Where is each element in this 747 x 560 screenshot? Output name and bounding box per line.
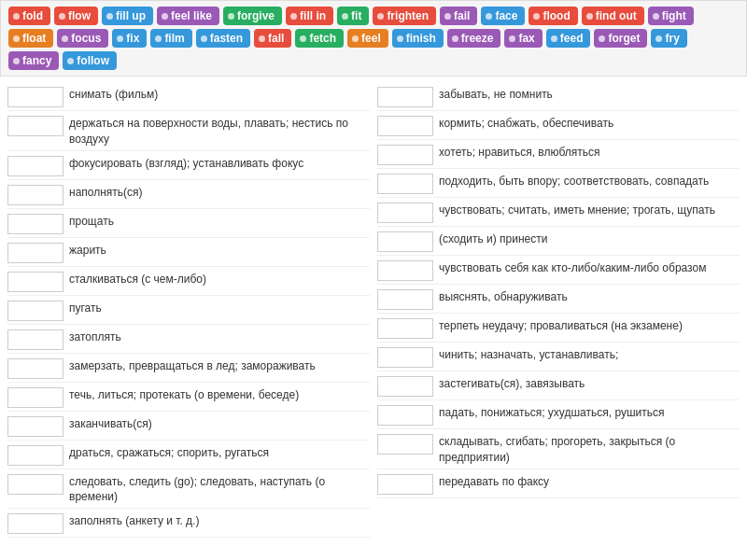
answer-input[interactable]	[377, 318, 433, 339]
tag-dot	[162, 13, 168, 20]
answer-input[interactable]	[377, 145, 433, 165]
tag-forgive[interactable]: forgive	[223, 7, 282, 25]
tag-fail[interactable]: fail	[440, 7, 477, 25]
list-item: жарить	[7, 240, 370, 267]
answer-input[interactable]	[377, 376, 433, 397]
list-item: терпеть неудачу; проваливаться (на экзам…	[377, 315, 740, 343]
tag-dot	[452, 35, 458, 42]
answer-input[interactable]	[377, 231, 433, 252]
tag-label: fancy	[22, 54, 51, 67]
tag-fetch[interactable]: fetch	[295, 29, 344, 48]
definition-text: фокусировать (взгляд); устанавливать фок…	[69, 156, 303, 172]
tag-fix[interactable]: fix	[112, 29, 147, 48]
right-column: забывать, не помнитькормить; снабжать, о…	[377, 84, 740, 538]
content-area: снимать (фильм)держаться на поверхности …	[0, 77, 747, 545]
list-item: (сходить и) принести	[377, 229, 740, 256]
tag-area: foldflowfill upfeel likeforgivefill infi…	[0, 0, 747, 77]
definition-text: забывать, не помнить	[439, 87, 553, 103]
definition-text: чинить; назначать, устанавливать;	[439, 347, 618, 363]
answer-input[interactable]	[7, 156, 63, 176]
tag-film[interactable]: film	[150, 29, 191, 48]
tag-fasten[interactable]: fasten	[196, 29, 250, 48]
tag-find-out[interactable]: find out	[582, 7, 644, 25]
answer-input[interactable]	[377, 289, 433, 310]
list-item: застегивать(ся), завязывать	[377, 373, 740, 400]
tag-label: fight	[662, 9, 686, 22]
answer-input[interactable]	[7, 387, 63, 408]
answer-input[interactable]	[7, 116, 63, 136]
answer-input[interactable]	[7, 329, 63, 350]
list-item: следовать, следить (go); следовать, наст…	[7, 471, 370, 510]
answer-input[interactable]	[7, 87, 63, 107]
answer-input[interactable]	[7, 185, 63, 205]
tag-label: fix	[126, 32, 139, 45]
list-item: падать, понижаться; ухудшаться, рушиться	[377, 402, 740, 429]
answer-input[interactable]	[377, 347, 433, 368]
tag-dot	[117, 35, 123, 42]
answer-input[interactable]	[7, 474, 63, 495]
list-item: фокусировать (взгляд); устанавливать фок…	[7, 153, 370, 180]
definition-text: чувствовать себя как кто-либо/каким-либо…	[439, 260, 706, 276]
tag-follow[interactable]: follow	[63, 51, 117, 70]
tag-finish[interactable]: finish	[392, 29, 444, 48]
answer-input[interactable]	[377, 474, 433, 495]
tag-dot	[444, 13, 451, 20]
answer-input[interactable]	[377, 174, 433, 194]
tag-feed[interactable]: feed	[546, 29, 591, 48]
tag-fold[interactable]: fold	[8, 7, 50, 25]
tag-fit[interactable]: fit	[337, 7, 369, 25]
tag-frighten[interactable]: frighten	[373, 7, 436, 25]
tag-label: finish	[406, 32, 436, 45]
list-item: забывать, не помнить	[377, 84, 740, 111]
tag-label: film	[164, 32, 184, 45]
answer-input[interactable]	[7, 445, 63, 466]
answer-input[interactable]	[7, 513, 63, 534]
answer-input[interactable]	[7, 272, 63, 292]
answer-input[interactable]	[377, 260, 433, 281]
tag-label: fetch	[309, 32, 336, 45]
tag-freeze[interactable]: freeze	[447, 29, 501, 48]
list-item: держаться на поверхности воды, плавать; …	[7, 113, 370, 151]
definition-text: держаться на поверхности воды, плавать; …	[69, 116, 370, 147]
tag-label: fail	[454, 9, 470, 22]
tag-fight[interactable]: fight	[648, 7, 694, 25]
tag-float[interactable]: float	[8, 29, 53, 48]
answer-input[interactable]	[377, 405, 433, 426]
tag-flood[interactable]: flood	[529, 7, 577, 25]
tag-fancy[interactable]: fancy	[8, 51, 59, 70]
answer-input[interactable]	[7, 214, 63, 234]
tag-feel[interactable]: feel	[347, 29, 388, 48]
answer-input[interactable]	[377, 87, 433, 107]
tag-dot	[228, 13, 234, 20]
tag-feel-like[interactable]: feel like	[157, 7, 219, 25]
definition-text: пугать	[69, 301, 102, 316]
answer-input[interactable]	[7, 416, 63, 437]
tag-face[interactable]: face	[481, 7, 525, 25]
list-item: пугать	[7, 298, 370, 325]
answer-input[interactable]	[377, 203, 433, 223]
tag-fry[interactable]: fry	[651, 29, 686, 48]
list-item: сталкиваться (с чем-либо)	[7, 269, 370, 296]
tag-dot	[533, 13, 540, 20]
tag-label: fill in	[300, 9, 326, 22]
tag-fall[interactable]: fall	[254, 29, 291, 48]
answer-input[interactable]	[7, 243, 63, 263]
tag-flow[interactable]: flow	[54, 7, 98, 25]
answer-input[interactable]	[377, 434, 433, 455]
tag-fill-up[interactable]: fill up	[102, 7, 153, 25]
tag-dot	[352, 35, 359, 42]
tag-fill-in[interactable]: fill in	[286, 7, 333, 25]
definition-text: терпеть неудачу; проваливаться (на экзам…	[439, 318, 683, 334]
tag-dot	[106, 13, 113, 20]
answer-input[interactable]	[7, 301, 63, 321]
list-item: передавать по факсу	[377, 471, 740, 498]
tag-dot	[300, 35, 306, 42]
tag-fax[interactable]: fax	[504, 29, 542, 48]
definition-text: затоплять	[69, 329, 121, 345]
answer-input[interactable]	[7, 358, 63, 379]
tag-label: face	[495, 9, 517, 22]
definition-text: замерзать, превращаться в лед; заморажив…	[69, 358, 316, 374]
answer-input[interactable]	[377, 116, 433, 136]
tag-focus[interactable]: focus	[57, 29, 108, 48]
tag-forget[interactable]: forget	[594, 29, 647, 48]
